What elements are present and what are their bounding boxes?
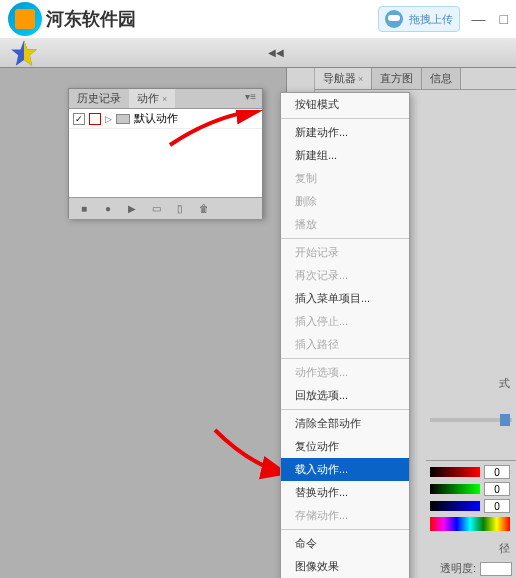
delete-button[interactable]: 🗑: [197, 202, 211, 216]
menu-separator: [281, 409, 409, 410]
close-icon[interactable]: ×: [358, 74, 363, 84]
upload-label: 拖拽上传: [409, 12, 453, 27]
color-row-b: 0: [430, 499, 512, 513]
new-set-button[interactable]: ▭: [149, 202, 163, 216]
toggle-checkbox[interactable]: ✓: [73, 113, 85, 125]
tab-label: 历史记录: [77, 91, 121, 106]
menu-item: 删除: [281, 190, 409, 213]
menu-item: 插入路径: [281, 333, 409, 356]
menu-item: 再次记录...: [281, 264, 409, 287]
tab-histogram[interactable]: 直方图: [372, 68, 422, 89]
green-slider[interactable]: [430, 484, 480, 494]
actions-footer: ■ ● ▶ ▭ ▯ 🗑: [69, 197, 262, 219]
tab-actions[interactable]: 动作 ×: [129, 89, 175, 108]
actions-panel-tabs: 历史记录 动作 × ▾≡: [69, 89, 262, 109]
tab-navigator[interactable]: 导航器 ×: [315, 68, 372, 89]
action-set-label: 默认动作: [134, 111, 178, 126]
site-logo-icon: [8, 2, 42, 36]
menu-item: 存储动作...: [281, 504, 409, 527]
action-set-row[interactable]: ✓ ▷ 默认动作: [69, 109, 262, 129]
menu-item: 动作选项...: [281, 361, 409, 384]
blue-value[interactable]: 0: [484, 499, 510, 513]
svg-marker-1: [24, 40, 37, 66]
play-button[interactable]: ▶: [125, 202, 139, 216]
actions-panel: 历史记录 动作 × ▾≡ ✓ ▷ 默认动作 ■ ● ▶ ▭ ▯ 🗑: [68, 88, 263, 218]
menu-item[interactable]: 新建动作...: [281, 121, 409, 144]
collapse-arrows-icon[interactable]: ◀◀: [268, 47, 284, 58]
new-action-button[interactable]: ▯: [173, 202, 187, 216]
menu-item[interactable]: 回放选项...: [281, 384, 409, 407]
tab-label: 动作: [137, 91, 159, 106]
expand-icon[interactable]: ▷: [105, 114, 112, 124]
menu-item[interactable]: 新建组...: [281, 144, 409, 167]
style-label: 式: [499, 376, 510, 391]
slider-thumb[interactable]: [500, 414, 510, 426]
app-toolbar: ◀◀: [0, 38, 516, 68]
slider-track[interactable]: [430, 418, 512, 422]
menu-item[interactable]: 按钮模式: [281, 93, 409, 116]
window-controls: — □: [472, 11, 508, 27]
right-panel-tabs: 导航器 × 直方图 信息: [315, 68, 516, 90]
opacity-label: 透明度:: [440, 561, 476, 576]
menu-item: 插入停止...: [281, 310, 409, 333]
menu-item: 播放: [281, 213, 409, 236]
tab-info[interactable]: 信息: [422, 68, 461, 89]
maximize-button[interactable]: □: [500, 11, 508, 27]
dialog-toggle[interactable]: [89, 113, 101, 125]
red-slider[interactable]: [430, 467, 480, 477]
upload-button[interactable]: 拖拽上传: [378, 6, 460, 32]
cloud-icon: [385, 10, 403, 28]
menu-item[interactable]: 载入动作...: [281, 458, 409, 481]
minimize-button[interactable]: —: [472, 11, 486, 27]
folder-icon: [116, 114, 130, 124]
stroke-label: 径: [499, 541, 510, 556]
title-bar: 河东软件园 拖拽上传 — □: [0, 0, 516, 38]
tab-history[interactable]: 历史记录: [69, 89, 129, 108]
color-row-g: 0: [430, 482, 512, 496]
site-name: 河东软件园: [46, 7, 136, 31]
menu-item[interactable]: 插入菜单项目...: [281, 287, 409, 310]
color-panel: 0 0 0: [426, 460, 516, 535]
panel-context-menu: 按钮模式新建动作...新建组...复制删除播放开始记录再次记录...插入菜单项目…: [280, 92, 410, 578]
menu-item[interactable]: 替换动作...: [281, 481, 409, 504]
menu-separator: [281, 529, 409, 530]
actions-list: ✓ ▷ 默认动作: [69, 109, 262, 197]
menu-separator: [281, 358, 409, 359]
menu-item[interactable]: 图像效果: [281, 555, 409, 578]
record-button[interactable]: ●: [101, 202, 115, 216]
menu-item[interactable]: 命令: [281, 532, 409, 555]
menu-item: 开始记录: [281, 241, 409, 264]
red-value[interactable]: 0: [484, 465, 510, 479]
titlebar-right: 拖拽上传 — □: [378, 6, 508, 32]
menu-item[interactable]: 复位动作: [281, 435, 409, 458]
opacity-control: 透明度:: [440, 561, 512, 576]
site-logo-area: 河东软件园: [8, 2, 136, 36]
menu-item: 复制: [281, 167, 409, 190]
panel-menu-button[interactable]: ▾≡: [239, 89, 262, 108]
tab-label: 直方图: [380, 71, 413, 86]
green-value[interactable]: 0: [484, 482, 510, 496]
blue-slider[interactable]: [430, 501, 480, 511]
color-spectrum[interactable]: [430, 517, 510, 531]
color-row-r: 0: [430, 465, 512, 479]
menu-separator: [281, 238, 409, 239]
star-icon: [10, 39, 38, 67]
stop-button[interactable]: ■: [77, 202, 91, 216]
close-icon[interactable]: ×: [162, 94, 167, 104]
tab-label: 信息: [430, 71, 452, 86]
tab-label: 导航器: [323, 71, 356, 86]
opacity-input[interactable]: [480, 562, 512, 576]
menu-item[interactable]: 清除全部动作: [281, 412, 409, 435]
menu-separator: [281, 118, 409, 119]
